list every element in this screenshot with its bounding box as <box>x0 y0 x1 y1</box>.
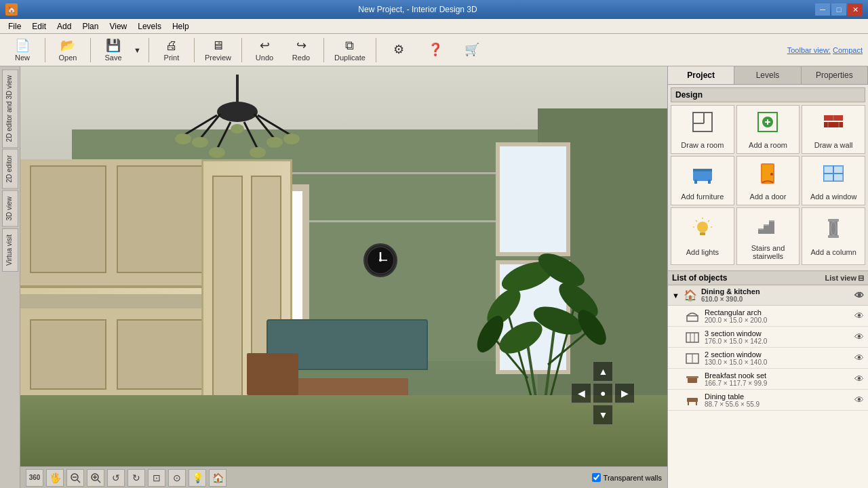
svg-rect-83 <box>686 333 698 342</box>
pan-button[interactable]: 🖐 <box>46 469 64 487</box>
stairs-button[interactable]: Stairs and stairwells <box>736 207 800 265</box>
design-header: Design <box>671 87 865 102</box>
obj-group-dining-kitchen[interactable]: ▼ 🏠 Dining & kitchen 610.0 × 390.0 👁 <box>668 285 868 306</box>
add-furniture-button[interactable]: Add furniture <box>671 156 734 205</box>
panel-tabs: Project Levels Properties <box>668 66 868 85</box>
2-window-visibility-icon[interactable]: 👁 <box>854 352 864 363</box>
menu-add[interactable]: Add <box>52 20 77 33</box>
nav-up-button[interactable]: ▲ <box>593 361 613 382</box>
rotate-cw-button[interactable]: ↻ <box>127 469 145 487</box>
draw-wall-icon <box>821 110 846 138</box>
svg-line-4 <box>200 114 220 139</box>
dining-table-info: Dining table 88.7 × 55.6 × 55.9 <box>705 392 850 408</box>
settings-button[interactable]: ⚙ <box>382 37 416 64</box>
add-lights-label: Add lights <box>686 248 719 256</box>
shop-button[interactable]: 🛒 <box>455 37 489 64</box>
svg-rect-82 <box>687 316 698 321</box>
arch-visibility-icon[interactable]: 👁 <box>854 310 864 321</box>
svg-rect-41 <box>693 113 712 131</box>
arch-name: Rectangular arch <box>705 308 850 317</box>
add-room-icon <box>755 110 780 138</box>
dining-table-visibility-icon[interactable]: 👁 <box>854 394 864 405</box>
menu-view[interactable]: View <box>104 20 132 33</box>
minimize-button[interactable]: ─ <box>815 3 830 16</box>
list-view-button[interactable]: List view ⊟ <box>825 274 864 283</box>
home-button[interactable]: 🏠 <box>209 469 226 487</box>
tab-2d-3d-view[interactable]: 2D editor and 3D view <box>2 69 18 148</box>
tab-project[interactable]: Project <box>668 66 734 84</box>
add-lights-button[interactable]: Add lights <box>671 207 734 265</box>
duplicate-button[interactable]: ⧉ Duplicate <box>330 37 370 64</box>
tab-3d-view[interactable]: 3D view <box>2 190 18 227</box>
preview-button[interactable]: 🖥 Preview <box>200 37 236 64</box>
nook-visibility-icon[interactable]: 👁 <box>854 373 864 384</box>
transparent-walls-label[interactable]: Transparent walls <box>592 473 662 482</box>
nav-center-button[interactable]: ● <box>593 383 613 403</box>
nav-down-button[interactable]: ▼ <box>593 405 613 425</box>
light-button[interactable]: 💡 <box>189 469 206 487</box>
menu-levels[interactable]: Levels <box>132 20 167 33</box>
upper-cabinets <box>20 159 212 288</box>
open-button[interactable]: 📂 Open <box>51 37 85 64</box>
transparent-walls-checkbox[interactable] <box>592 473 601 482</box>
3-window-visibility-icon[interactable]: 👁 <box>854 331 864 342</box>
menu-plan[interactable]: Plan <box>77 20 104 33</box>
add-room-button[interactable]: Add a room <box>736 105 800 154</box>
help-icon: ❓ <box>428 42 443 57</box>
tab-2d-editor[interactable]: 2D editor <box>2 149 18 189</box>
title-bar: 🏠 New Project, - Interior Design 3D ─ □ … <box>0 0 868 19</box>
add-window-button[interactable]: Add a window <box>802 156 865 205</box>
window-controls: ─ □ ✕ <box>815 3 863 16</box>
dining-table-icon <box>684 392 701 408</box>
help-button[interactable]: ❓ <box>418 37 452 64</box>
list-item-3-section-window[interactable]: 3 section window 176.0 × 15.0 × 142.0 👁 <box>668 327 868 348</box>
stairs-icon <box>755 212 780 241</box>
group-icon: 🏠 <box>684 289 697 302</box>
add-column-button[interactable]: Add a column <box>802 207 865 265</box>
tab-properties[interactable]: Properties <box>802 66 868 84</box>
undo-label: Undo <box>256 54 273 62</box>
save-button[interactable]: 💾 Save <box>96 37 130 64</box>
svg-rect-72 <box>758 230 764 234</box>
new-button[interactable]: 📄 New <box>5 37 39 64</box>
arch-dims: 200.0 × 15.0 × 200.0 <box>705 317 850 324</box>
nav-right-button[interactable]: ▶ <box>614 383 635 403</box>
draw-room-icon <box>690 110 715 138</box>
zoom-in-button[interactable] <box>87 469 104 487</box>
list-item-rectangular-arch[interactable]: Rectangular arch 200.0 × 15.0 × 200.0 👁 <box>668 306 868 327</box>
compact-link[interactable]: Compact <box>833 46 863 54</box>
list-item-2-section-window[interactable]: 2 section window 130.0 × 15.0 × 140.0 👁 <box>668 348 868 369</box>
toolbar-sep-1 <box>45 38 45 62</box>
menu-help[interactable]: Help <box>167 20 195 33</box>
tab-levels[interactable]: Levels <box>734 66 801 84</box>
print-button[interactable]: 🖨 Print <box>155 37 189 64</box>
rotate-ccw-button[interactable]: ↺ <box>107 469 125 487</box>
chandelier <box>163 75 312 163</box>
list-item-breakfast-nook[interactable]: Breakfast nook set 166.7 × 117.7 × 99.9 … <box>668 369 868 390</box>
save-label: Save <box>104 54 121 62</box>
tab-virtual-visit[interactable]: Virtua visit <box>2 228 18 272</box>
svg-line-68 <box>708 220 709 222</box>
center-button[interactable]: ⊙ <box>168 469 186 487</box>
toolbar-open-group: 📂 Open <box>51 37 85 64</box>
svg-line-6 <box>217 122 231 149</box>
add-door-button[interactable]: Add a door <box>736 156 800 205</box>
nav-left-button[interactable]: ◀ <box>571 383 591 403</box>
360-button[interactable]: 360 <box>26 469 43 487</box>
draw-wall-button[interactable]: Draw a wall <box>802 105 865 154</box>
fit-button[interactable]: ⊡ <box>148 469 165 487</box>
menu-file[interactable]: File <box>3 20 26 33</box>
list-section: List of objects List view ⊟ ▼ 🏠 Dining &… <box>668 270 868 488</box>
undo-button[interactable]: ↩ Undo <box>248 37 281 64</box>
save-dropdown-button[interactable]: ▼ <box>132 37 143 64</box>
list-item-dining-table[interactable]: Dining table 88.7 × 55.6 × 55.9 👁 <box>668 390 868 411</box>
close-button[interactable]: ✕ <box>848 3 863 16</box>
group-visibility-icon[interactable]: 👁 <box>854 290 864 301</box>
draw-room-button[interactable]: Draw a room <box>671 105 734 154</box>
dining-table-name: Dining table <box>705 392 850 401</box>
redo-button[interactable]: ↪ Redo <box>284 37 318 64</box>
add-furniture-icon <box>690 161 715 190</box>
zoom-out-button[interactable] <box>66 469 84 487</box>
maximize-button[interactable]: □ <box>831 3 846 16</box>
menu-edit[interactable]: Edit <box>26 20 52 33</box>
